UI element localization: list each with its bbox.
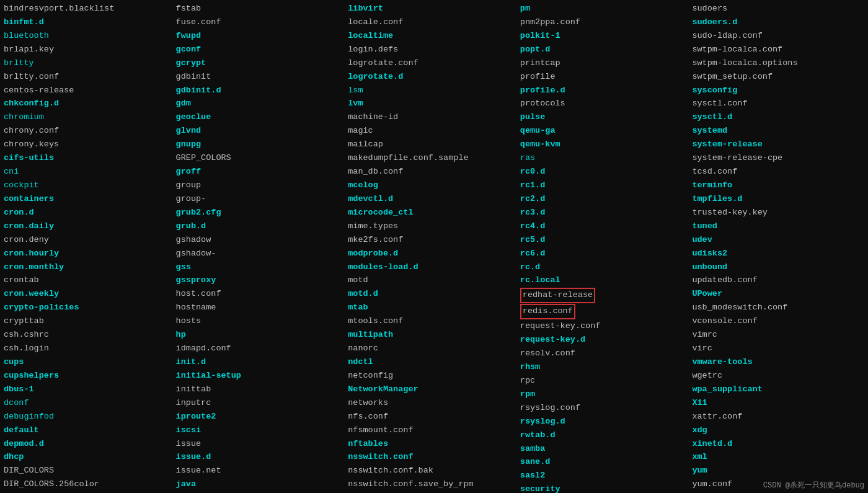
- list-item: swtpm-localca.conf: [692, 43, 864, 56]
- list-item: dbus-1: [4, 383, 176, 396]
- list-item: inittab: [176, 383, 348, 396]
- list-item: X11: [692, 397, 864, 410]
- list-item: issue.net: [176, 464, 348, 477]
- list-item: bluetooth: [4, 30, 176, 43]
- list-item: modprobe.d: [348, 247, 520, 260]
- list-item: gdbinit.d: [176, 84, 348, 97]
- list-item: cron.deny: [4, 234, 176, 247]
- list-item: udev: [692, 234, 864, 247]
- list-item: rsyslog.conf: [520, 402, 693, 415]
- list-item: modules-load.d: [348, 261, 520, 274]
- list-item: chromium: [4, 111, 176, 124]
- list-item: nsswitch.conf.bak: [348, 464, 520, 477]
- list-item: yum: [692, 464, 864, 477]
- list-item: rc3.d: [520, 207, 693, 220]
- list-item: centos-release: [4, 84, 176, 97]
- list-item: cron.daily: [4, 220, 176, 233]
- list-item: mime.types: [348, 220, 520, 233]
- list-item: mdevctl.d: [348, 193, 520, 206]
- list-item: crontab: [4, 274, 176, 287]
- column-col3: libvirtlocale.conflocaltimelogin.defslog…: [348, 2, 520, 478]
- list-item: sudo-ldap.conf: [692, 30, 864, 43]
- list-item: request-key.d: [520, 334, 693, 347]
- list-item: chkconfig.d: [4, 97, 176, 110]
- list-item: idmapd.conf: [176, 342, 348, 355]
- list-item: cockpit: [4, 179, 176, 192]
- list-item: mtab: [348, 301, 520, 314]
- list-item: sysctl.conf: [692, 97, 864, 110]
- list-item: chrony.keys: [4, 138, 176, 151]
- list-item: qemu-ga: [520, 125, 693, 138]
- list-item: profile.d: [520, 84, 693, 97]
- list-item: iproute2: [176, 411, 348, 424]
- watermark: CSDN @杀死一只知更鸟debug: [763, 480, 864, 491]
- list-item: rc1.d: [520, 179, 693, 192]
- list-item: nfs.conf: [348, 411, 520, 424]
- list-item: nftables: [348, 438, 520, 451]
- list-item: wpa_supplicant: [692, 383, 864, 396]
- list-item: group: [176, 179, 348, 192]
- list-item: resolv.conf: [520, 347, 693, 360]
- list-item: vimrc: [692, 329, 864, 342]
- list-item: gshadow-: [176, 247, 348, 260]
- list-item: cron.monthly: [4, 261, 176, 274]
- list-item: NetworkManager: [348, 383, 520, 396]
- list-item: gcrypt: [176, 57, 348, 70]
- list-item: rc6.d: [520, 247, 693, 260]
- list-item: issue.d: [176, 451, 348, 464]
- list-item: vconsole.conf: [692, 315, 864, 328]
- list-item: brlapi.key: [4, 43, 176, 56]
- list-item: system-release: [692, 138, 864, 151]
- list-item: cni: [4, 166, 176, 179]
- list-item: DIR_COLORS: [4, 464, 176, 477]
- list-item: terminfo: [692, 179, 864, 192]
- list-item: inputrc: [176, 397, 348, 410]
- list-item: sasl2: [520, 469, 693, 482]
- column-col2: fstabfuse.conffwupdgconfgcryptgdbinitgdb…: [176, 2, 348, 478]
- list-item: nsswitch.conf.save_by_rpm: [348, 478, 520, 491]
- list-item: rc5.d: [520, 234, 693, 247]
- list-item: mailcap: [348, 138, 520, 151]
- list-item: depmod.d: [4, 438, 176, 451]
- list-item: rc0.d: [520, 166, 693, 179]
- list-item: pm: [520, 2, 693, 16]
- list-item: mke2fs.conf: [348, 234, 520, 247]
- list-item: rhsm: [520, 361, 693, 374]
- list-item: logrotate.conf: [348, 57, 520, 70]
- list-item: request-key.conf: [520, 320, 693, 333]
- list-item: xattr.conf: [692, 411, 864, 424]
- list-item: networks: [348, 397, 520, 410]
- list-item: tuned: [692, 220, 864, 233]
- list-item: nsswitch.conf: [348, 451, 520, 464]
- list-item: gss: [176, 261, 348, 274]
- list-item: trusted-key.key: [692, 207, 864, 220]
- list-item: default: [4, 424, 176, 437]
- list-item: microcode_ctl: [348, 207, 520, 220]
- list-item: usb_modeswitch.conf: [692, 301, 864, 314]
- list-item: sysctl.d: [692, 111, 864, 124]
- list-item: man_db.conf: [348, 166, 520, 179]
- list-item: host.conf: [176, 288, 348, 301]
- list-item: redis.conf: [520, 304, 693, 319]
- list-item: tmpfiles.d: [692, 193, 864, 206]
- list-item: login.defs: [348, 43, 520, 56]
- list-item: machine-id: [348, 111, 520, 124]
- list-item: tcsd.conf: [692, 166, 864, 179]
- list-item: netconfig: [348, 370, 520, 383]
- list-item: libvirt: [348, 2, 520, 16]
- list-item: debuginfod: [4, 411, 176, 424]
- list-item: motd: [348, 274, 520, 287]
- list-item: brltty.conf: [4, 71, 176, 84]
- list-item: rpc: [520, 375, 693, 388]
- list-item: rc.local: [520, 274, 693, 287]
- list-item: gconf: [176, 43, 348, 56]
- column-col4: pmpnm2ppa.confpolkit-1popt.dprintcapprof…: [520, 2, 693, 478]
- list-item: dhcp: [4, 451, 176, 464]
- list-item: virc: [692, 342, 864, 355]
- list-item: unbound: [692, 261, 864, 274]
- list-item: swtpm_setup.conf: [692, 71, 864, 84]
- list-item: sysconfig: [692, 84, 864, 97]
- list-item: logrotate.d: [348, 71, 520, 84]
- list-item: initial-setup: [176, 370, 348, 383]
- list-item: crypttab: [4, 315, 176, 328]
